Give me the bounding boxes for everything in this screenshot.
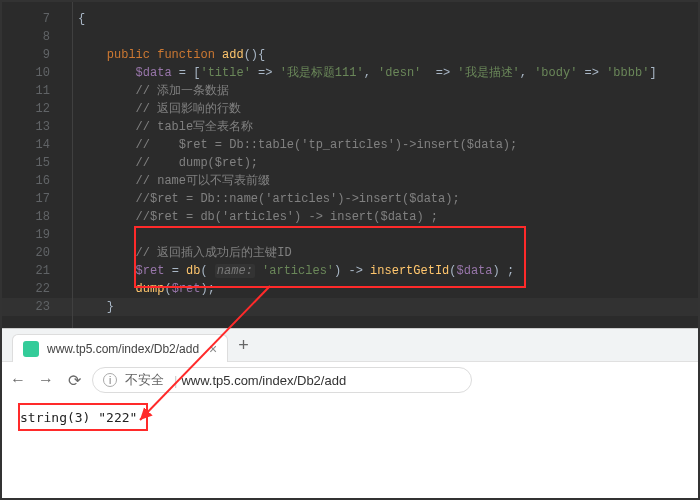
code-line[interactable]: 15 // dump($ret); [2,154,698,172]
code-line[interactable]: 8 [2,28,698,46]
code-content[interactable]: $ret = db( name: 'articles') -> insertGe… [62,262,698,280]
code-line[interactable]: 11 // 添加一条数据 [2,82,698,100]
url-input[interactable]: i 不安全 | www.tp5.com/index/Db2/add [92,367,472,393]
forward-icon[interactable]: → [36,371,56,389]
line-number: 17 [2,190,62,208]
code-content[interactable]: // dump($ret); [62,154,698,172]
tab-bar: www.tp5.com/index/Db2/add × + [2,328,698,362]
code-content[interactable]: //$ret = db('articles') -> insert($data)… [62,208,698,226]
code-line[interactable]: 19 [2,226,698,244]
line-number: 22 [2,280,62,298]
back-icon[interactable]: ← [8,371,28,389]
line-number: 9 [2,46,62,64]
favicon-icon [23,341,39,357]
separator: | [174,373,177,388]
code-content[interactable]: // 返回影响的行数 [62,100,698,118]
code-content[interactable]: $data = ['title' => '我是标题111', 'desn' =>… [62,64,698,82]
security-status: 不安全 [125,371,164,389]
line-number: 15 [2,154,62,172]
line-number: 19 [2,226,62,244]
code-line[interactable]: 13 // table写全表名称 [2,118,698,136]
code-line[interactable]: 20 // 返回插入成功后的主键ID [2,244,698,262]
code-content[interactable] [62,28,698,46]
info-icon[interactable]: i [103,373,117,387]
code-line[interactable]: 23 } [2,298,698,316]
tab-title: www.tp5.com/index/Db2/add [47,342,199,356]
line-number: 12 [2,100,62,118]
reload-icon[interactable]: ⟳ [64,371,84,390]
line-number: 16 [2,172,62,190]
code-content[interactable]: { [62,10,698,28]
code-line[interactable]: 22 dump($ret); [2,280,698,298]
code-line[interactable]: 14 // $ret = Db::table('tp_articles')->i… [2,136,698,154]
code-content[interactable]: } [62,298,698,316]
page-content: string(3) "222" [2,398,698,437]
code-content[interactable]: // table写全表名称 [62,118,698,136]
code-content[interactable]: // 添加一条数据 [62,82,698,100]
code-content[interactable]: public function add(){ [62,46,698,64]
code-content[interactable]: dump($ret); [62,280,698,298]
code-content[interactable]: //$ret = Db::name('articles')->insert($d… [62,190,698,208]
code-line[interactable]: 10 $data = ['title' => '我是标题111', 'desn'… [2,64,698,82]
line-number: 20 [2,244,62,262]
code-line[interactable]: 9 public function add(){ [2,46,698,64]
code-content[interactable]: // $ret = Db::table('tp_articles')->inse… [62,136,698,154]
line-number: 14 [2,136,62,154]
code-content[interactable] [62,226,698,244]
url-text: www.tp5.com/index/Db2/add [181,373,346,388]
dump-output: string(3) "222" [20,410,137,425]
code-line[interactable]: 18 //$ret = db('articles') -> insert($da… [2,208,698,226]
line-number: 13 [2,118,62,136]
code-editor: 7{89 public function add(){10 $data = ['… [2,2,698,328]
browser-window: www.tp5.com/index/Db2/add × + ← → ⟳ i 不安… [2,328,698,437]
line-number: 8 [2,28,62,46]
line-number: 18 [2,208,62,226]
line-number: 10 [2,64,62,82]
code-line[interactable]: 16 // name可以不写表前缀 [2,172,698,190]
line-number: 23 [2,298,62,316]
code-line[interactable]: 7{ [2,10,698,28]
code-line[interactable]: 12 // 返回影响的行数 [2,100,698,118]
line-number: 11 [2,82,62,100]
code-line[interactable]: 17 //$ret = Db::name('articles')->insert… [2,190,698,208]
line-number: 7 [2,10,62,28]
new-tab-button[interactable]: + [238,335,249,356]
editor-margin-line [72,2,73,328]
close-tab-icon[interactable]: × [209,341,217,357]
line-number: 21 [2,262,62,280]
code-content[interactable]: // 返回插入成功后的主键ID [62,244,698,262]
code-line[interactable]: 21 $ret = db( name: 'articles') -> inser… [2,262,698,280]
address-bar: ← → ⟳ i 不安全 | www.tp5.com/index/Db2/add [2,362,698,398]
code-content[interactable]: // name可以不写表前缀 [62,172,698,190]
browser-tab[interactable]: www.tp5.com/index/Db2/add × [12,334,228,362]
